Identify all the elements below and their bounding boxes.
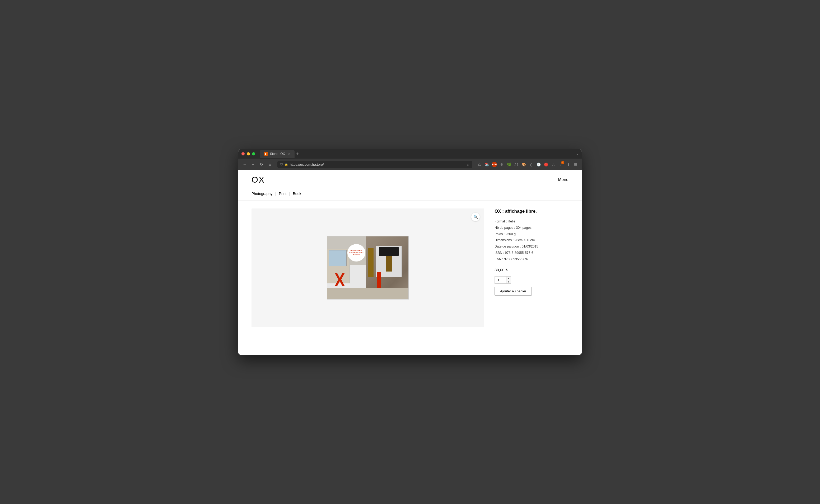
product-title: OX : affichage libre. — [494, 208, 568, 214]
bracket-icon[interactable]: () — [528, 161, 534, 167]
quantity-control: ▲ ▼ — [494, 276, 568, 284]
product-page: 🔍 — [238, 201, 582, 335]
website-content: OX Menu Photography | Print | Book 🔍 — [238, 170, 582, 355]
menu-button[interactable]: Menu — [558, 177, 568, 182]
minimize-button[interactable] — [247, 152, 250, 155]
circle-icon[interactable]: 🔴 — [543, 161, 549, 167]
hammer-handle — [386, 256, 392, 272]
color-icon[interactable]: 🎨 — [521, 161, 527, 167]
browser-window: ▶ Store - OX ✕ + ⌄ ← → ↻ ⌂ 🛡 🔒 https://o… — [238, 149, 582, 355]
tab-close-button[interactable]: ✕ — [288, 153, 290, 155]
product-image: X AFFICHAGE LIBRE PLAKATKUNST PUBLIC POS… — [327, 236, 409, 299]
add-to-cart-button[interactable]: Ajouter au panier — [494, 287, 532, 296]
vertical-bar — [368, 248, 374, 277]
product-format: Format : Relié — [494, 218, 568, 225]
nav-item-print[interactable]: Print — [279, 192, 287, 196]
share-icon[interactable]: ⬆ — [565, 161, 571, 167]
browser-toolbar: ← → ↻ ⌂ 🛡 🔒 https://ox.com.fr/store/ ☆ 🗂… — [238, 159, 582, 170]
site-logo[interactable]: OX — [252, 175, 265, 184]
circle-badge: AFFICHAGE LIBRE PLAKATKUNST PUBLIC POSTE… — [347, 244, 365, 262]
hamburger-menu-icon[interactable]: ☰ — [573, 161, 578, 167]
site-navigation: Photography | Print | Book — [238, 189, 582, 201]
maximize-button[interactable] — [252, 152, 255, 155]
download-icon[interactable]: ↓ 0 — [558, 161, 564, 167]
browser-tab[interactable]: ▶ Store - OX ✕ — [260, 150, 295, 158]
tab-bar: ▶ Store - OX ✕ + — [260, 150, 578, 158]
hammer-head — [379, 247, 399, 256]
forward-button[interactable]: → — [250, 161, 256, 168]
quantity-input[interactable] — [494, 276, 506, 284]
close-button[interactable] — [242, 152, 245, 155]
product-pages: Nb de pages : 304 pages — [494, 225, 568, 231]
nav-separator-1: | — [275, 191, 276, 196]
product-weight: Poids : 2500 g — [494, 231, 568, 237]
quantity-up-button[interactable]: ▲ — [506, 277, 511, 280]
product-details: Format : Relié Nb de pages : 304 pages P… — [494, 218, 568, 262]
quantity-spinners: ▲ ▼ — [506, 276, 511, 284]
address-bar[interactable]: 🛡 🔒 https://ox.com.fr/store/ ☆ — [277, 161, 472, 168]
gear-icon[interactable]: ⚙ — [499, 161, 504, 167]
red-x-letter: X — [335, 271, 344, 289]
quantity-down-button[interactable]: ▼ — [506, 280, 511, 284]
back-button[interactable]: ← — [242, 161, 248, 168]
product-price: 30,00 € — [494, 268, 568, 272]
building-window — [329, 250, 347, 266]
triangle-icon[interactable]: △ — [550, 161, 556, 167]
tree-icon[interactable]: 🌿 — [506, 161, 512, 167]
nav-item-photography[interactable]: Photography — [252, 192, 272, 196]
zoom-button[interactable]: 🔍 — [471, 213, 480, 221]
reload-button[interactable]: ↻ — [258, 161, 265, 168]
pocket-icon[interactable]: 🗂 — [477, 161, 482, 167]
nav-item-book[interactable]: Book — [293, 192, 302, 196]
toolbar-icons: 🗂 📚 ABP ⚙ 🌿 21 🎨 () 🕐 🔴 △ ↓ 0 ⬆ ☰ — [477, 161, 578, 167]
notification-icon[interactable]: 21 — [513, 161, 519, 167]
book-scene: X AFFICHAGE LIBRE PLAKATKUNST PUBLIC POS… — [327, 236, 408, 299]
shield-icon: 🛡 — [280, 163, 283, 166]
clock-icon[interactable]: 🕐 — [536, 161, 541, 167]
product-ean: EAN : 9783899555776 — [494, 256, 568, 263]
site-header: OX Menu — [238, 170, 582, 189]
url-text: https://ox.com.fr/store/ — [290, 163, 465, 167]
product-dimensions: Dimensions : 26cm X 18cm — [494, 237, 568, 244]
new-tab-button[interactable]: + — [296, 151, 299, 156]
product-info: OX : affichage libre. Format : Relié Nb … — [494, 208, 568, 327]
product-date: Date de parution : 01/03/2015 — [494, 244, 568, 250]
bookmark-star-icon[interactable]: ☆ — [466, 163, 470, 167]
library-icon[interactable]: 📚 — [484, 161, 490, 167]
adblock-icon[interactable]: ABP — [491, 161, 497, 167]
home-button[interactable]: ⌂ — [267, 161, 273, 168]
expand-button[interactable]: ⌄ — [576, 152, 578, 156]
browser-titlebar: ▶ Store - OX ✕ + ⌄ — [238, 149, 582, 159]
nav-separator-2: | — [289, 191, 290, 196]
circle-text: AFFICHAGE LIBRE PLAKATKUNST PUBLIC POSTE… — [349, 250, 364, 255]
lock-icon: 🔒 — [285, 163, 288, 166]
product-image-container: 🔍 — [252, 208, 484, 327]
tab-favicon: ▶ — [264, 152, 268, 156]
tab-title: Store - OX — [270, 152, 285, 156]
red-strip — [377, 272, 381, 288]
product-isbn: ISBN : 978-3-89955-577-6 — [494, 250, 568, 256]
